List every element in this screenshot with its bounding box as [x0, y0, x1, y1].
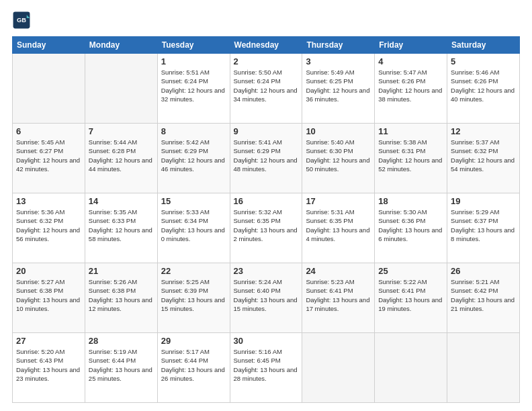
- day-info: Sunrise: 5:35 AMSunset: 6:33 PMDaylight:…: [89, 208, 154, 243]
- calendar-cell: 11Sunrise: 5:38 AMSunset: 6:31 PMDayligh…: [375, 124, 447, 193]
- sunrise-text: Sunrise: 5:44 AM: [89, 138, 137, 146]
- sunrise-text: Sunrise: 5:17 AM: [161, 348, 210, 355]
- sunrise-text: Sunrise: 5:42 AM: [161, 138, 210, 146]
- sunrise-text: Sunrise: 5:47 AM: [378, 68, 427, 76]
- calendar-cell: 29Sunrise: 5:17 AMSunset: 6:44 PMDayligh…: [157, 333, 230, 403]
- day-number: 21: [89, 266, 154, 276]
- daylight-text: Daylight: 13 hours and 17 minutes.: [306, 296, 369, 312]
- sunrise-text: Sunrise: 5:31 AM: [306, 208, 354, 216]
- sunset-text: Sunset: 6:38 PM: [16, 287, 63, 294]
- sunset-text: Sunset: 6:28 PM: [89, 147, 136, 154]
- sunset-text: Sunset: 6:45 PM: [234, 357, 281, 364]
- sunrise-text: Sunrise: 5:50 AM: [234, 68, 282, 76]
- day-number: 14: [89, 196, 154, 206]
- daylight-text: Daylight: 13 hours and 28 minutes.: [234, 366, 298, 382]
- sunset-text: Sunset: 6:24 PM: [234, 77, 281, 85]
- day-info: Sunrise: 5:40 AMSunset: 6:30 PMDaylight:…: [306, 138, 371, 173]
- sunset-text: Sunset: 6:44 PM: [161, 357, 208, 364]
- day-number: 16: [234, 196, 299, 206]
- calendar-cell: [447, 333, 520, 403]
- daylight-text: Daylight: 12 hours and 44 minutes.: [89, 156, 152, 173]
- calendar-cell: 1Sunrise: 5:51 AMSunset: 6:24 PMDaylight…: [157, 54, 230, 124]
- daylight-text: Daylight: 13 hours and 15 minutes.: [234, 296, 298, 312]
- day-info: Sunrise: 5:19 AMSunset: 6:44 PMDaylight:…: [89, 347, 154, 383]
- calendar-page: GB SundayMondayTuesdayWednesdayThursdayF…: [0, 0, 532, 411]
- daylight-text: Daylight: 13 hours and 2 minutes.: [234, 226, 298, 242]
- daylight-text: Daylight: 13 hours and 8 minutes.: [451, 226, 515, 242]
- calendar-cell: 9Sunrise: 5:41 AMSunset: 6:29 PMDaylight…: [230, 124, 302, 193]
- sunset-text: Sunset: 6:27 PM: [16, 147, 63, 154]
- day-number: 10: [306, 126, 371, 136]
- day-info: Sunrise: 5:44 AMSunset: 6:28 PMDaylight:…: [89, 138, 154, 173]
- day-number: 29: [161, 336, 226, 346]
- day-info: Sunrise: 5:20 AMSunset: 6:43 PMDaylight:…: [16, 347, 81, 383]
- calendar-cell: 2Sunrise: 5:50 AMSunset: 6:24 PMDaylight…: [230, 54, 302, 124]
- sunrise-text: Sunrise: 5:27 AM: [16, 278, 64, 285]
- day-info: Sunrise: 5:36 AMSunset: 6:32 PMDaylight:…: [16, 208, 81, 243]
- weekday-header-thursday: Thursday: [302, 37, 375, 54]
- day-info: Sunrise: 5:31 AMSunset: 6:35 PMDaylight:…: [306, 208, 371, 243]
- day-number: 22: [161, 266, 226, 276]
- sunset-text: Sunset: 6:29 PM: [161, 147, 208, 154]
- daylight-text: Daylight: 13 hours and 6 minutes.: [378, 226, 442, 242]
- day-info: Sunrise: 5:24 AMSunset: 6:40 PMDaylight:…: [234, 277, 299, 313]
- weekday-header-saturday: Saturday: [447, 37, 520, 54]
- calendar-cell: 22Sunrise: 5:25 AMSunset: 6:39 PMDayligh…: [157, 263, 230, 333]
- sunrise-text: Sunrise: 5:33 AM: [161, 208, 210, 216]
- day-number: 23: [234, 266, 299, 276]
- day-number: 3: [306, 56, 371, 66]
- daylight-text: Daylight: 12 hours and 42 minutes.: [16, 156, 80, 173]
- sunrise-text: Sunrise: 5:30 AM: [378, 208, 427, 216]
- day-info: Sunrise: 5:27 AMSunset: 6:38 PMDaylight:…: [16, 277, 81, 313]
- sunset-text: Sunset: 6:42 PM: [451, 287, 498, 294]
- calendar-cell: 30Sunrise: 5:16 AMSunset: 6:45 PMDayligh…: [230, 333, 302, 403]
- sunrise-text: Sunrise: 5:45 AM: [16, 138, 64, 146]
- calendar-cell: 7Sunrise: 5:44 AMSunset: 6:28 PMDaylight…: [85, 124, 157, 193]
- daylight-text: Daylight: 13 hours and 0 minutes.: [161, 226, 225, 242]
- day-number: 27: [16, 336, 81, 346]
- logo: GB: [12, 11, 34, 30]
- calendar-cell: 13Sunrise: 5:36 AMSunset: 6:32 PMDayligh…: [13, 193, 85, 263]
- weekday-header-wednesday: Wednesday: [230, 37, 302, 54]
- day-number: 25: [378, 266, 443, 276]
- daylight-text: Daylight: 13 hours and 12 minutes.: [89, 296, 152, 312]
- calendar-cell: 5Sunrise: 5:46 AMSunset: 6:26 PMDaylight…: [447, 54, 520, 124]
- daylight-text: Daylight: 13 hours and 10 minutes.: [16, 296, 80, 312]
- day-number: 4: [378, 56, 443, 66]
- svg-text:GB: GB: [17, 17, 26, 24]
- sunset-text: Sunset: 6:35 PM: [306, 217, 353, 224]
- day-number: 6: [16, 126, 81, 136]
- sunrise-text: Sunrise: 5:37 AM: [451, 138, 499, 146]
- calendar-cell: 15Sunrise: 5:33 AMSunset: 6:34 PMDayligh…: [157, 193, 230, 263]
- day-info: Sunrise: 5:42 AMSunset: 6:29 PMDaylight:…: [161, 138, 226, 173]
- calendar-cell: 12Sunrise: 5:37 AMSunset: 6:32 PMDayligh…: [447, 124, 520, 193]
- calendar-cell: 16Sunrise: 5:32 AMSunset: 6:35 PMDayligh…: [230, 193, 302, 263]
- calendar-cell: 19Sunrise: 5:29 AMSunset: 6:37 PMDayligh…: [447, 193, 520, 263]
- weekday-header-friday: Friday: [375, 37, 447, 54]
- day-number: 30: [234, 336, 299, 346]
- sunset-text: Sunset: 6:24 PM: [161, 77, 208, 85]
- sunrise-text: Sunrise: 5:25 AM: [161, 278, 210, 285]
- day-info: Sunrise: 5:17 AMSunset: 6:44 PMDaylight:…: [161, 347, 226, 383]
- sunset-text: Sunset: 6:37 PM: [451, 217, 498, 224]
- day-info: Sunrise: 5:50 AMSunset: 6:24 PMDaylight:…: [234, 68, 299, 103]
- day-info: Sunrise: 5:21 AMSunset: 6:42 PMDaylight:…: [451, 277, 516, 313]
- day-info: Sunrise: 5:30 AMSunset: 6:36 PMDaylight:…: [378, 208, 443, 243]
- day-info: Sunrise: 5:25 AMSunset: 6:39 PMDaylight:…: [161, 277, 226, 313]
- day-info: Sunrise: 5:23 AMSunset: 6:41 PMDaylight:…: [306, 277, 371, 313]
- sunset-text: Sunset: 6:25 PM: [306, 77, 353, 85]
- daylight-text: Daylight: 12 hours and 52 minutes.: [378, 156, 442, 173]
- weekday-header-tuesday: Tuesday: [157, 37, 230, 54]
- sunset-text: Sunset: 6:39 PM: [161, 287, 208, 294]
- sunrise-text: Sunrise: 5:41 AM: [234, 138, 282, 146]
- day-info: Sunrise: 5:22 AMSunset: 6:41 PMDaylight:…: [378, 277, 443, 313]
- daylight-text: Daylight: 12 hours and 32 minutes.: [161, 87, 225, 103]
- day-number: 7: [89, 126, 154, 136]
- daylight-text: Daylight: 13 hours and 19 minutes.: [378, 296, 442, 312]
- calendar-cell: 28Sunrise: 5:19 AMSunset: 6:44 PMDayligh…: [85, 333, 157, 403]
- calendar-cell: 21Sunrise: 5:26 AMSunset: 6:38 PMDayligh…: [85, 263, 157, 333]
- sunrise-text: Sunrise: 5:29 AM: [451, 208, 499, 216]
- daylight-text: Daylight: 12 hours and 46 minutes.: [161, 156, 225, 173]
- calendar-cell: 18Sunrise: 5:30 AMSunset: 6:36 PMDayligh…: [375, 193, 447, 263]
- daylight-text: Daylight: 12 hours and 36 minutes.: [306, 87, 369, 103]
